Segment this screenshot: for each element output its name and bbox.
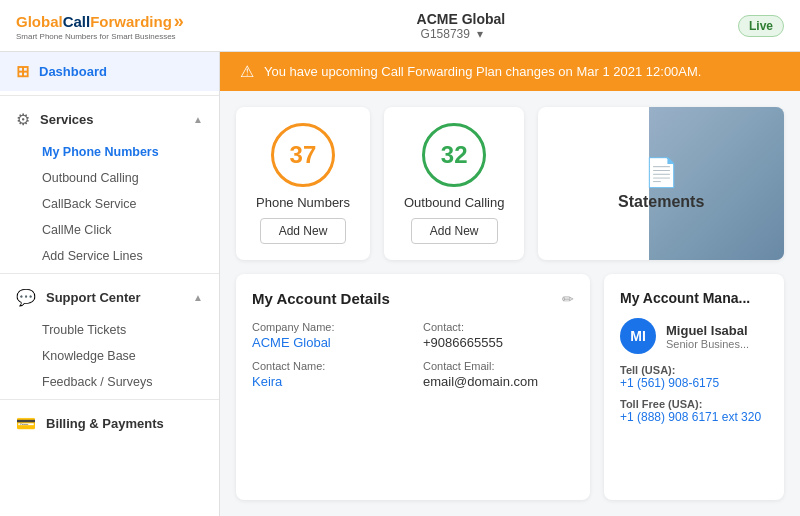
- logo: GlobalCallForwarding» Smart Phone Number…: [16, 11, 184, 41]
- statements-card[interactable]: 📄 Statements: [538, 107, 784, 260]
- logo-global: Global: [16, 13, 63, 30]
- sidebar-label-services: Services: [40, 112, 94, 127]
- sidebar-sub-callme-click[interactable]: CallMe Click: [0, 217, 219, 243]
- company-name-field: Company Name: ACME Global: [252, 321, 403, 350]
- toll-free-number: +1 (888) 908 6171 ext 320: [620, 410, 768, 424]
- gear-icon: ⚙: [16, 110, 30, 129]
- account-id[interactable]: G158739 ▾: [417, 27, 506, 41]
- header-right: Live: [738, 15, 784, 37]
- notification-banner: ⚠ You have upcoming Call Forwarding Plan…: [220, 52, 800, 91]
- logo-forwarding: Forwarding: [90, 13, 172, 30]
- sidebar: ⊞ Dashboard ⚙ Services ▲ My Phone Number…: [0, 52, 220, 516]
- outbound-calling-label: Outbound Calling: [404, 195, 504, 210]
- manager-name: Miguel Isabal: [666, 323, 749, 338]
- sidebar-item-support[interactable]: 💬 Support Center ▲: [0, 278, 219, 317]
- contact-label: Contact:: [423, 321, 574, 333]
- manager-info: Miguel Isabal Senior Busines...: [666, 323, 749, 350]
- sidebar-label-billing: Billing & Payments: [46, 416, 164, 431]
- account-details-card: My Account Details ✏ Company Name: ACME …: [236, 274, 590, 500]
- sidebar-divider-2: [0, 273, 219, 274]
- bottom-row: My Account Details ✏ Company Name: ACME …: [236, 274, 784, 500]
- outbound-calling-badge: 32: [422, 123, 486, 187]
- app-header: GlobalCallForwarding» Smart Phone Number…: [0, 0, 800, 52]
- stats-row: 37 Phone Numbers Add New 32 Outbound Cal…: [236, 107, 784, 260]
- dashboard-icon: ⊞: [16, 62, 29, 81]
- contact-name-field: Contact Name: Keira: [252, 360, 403, 389]
- contact-value: +9086665555: [423, 335, 574, 350]
- manager-role: Senior Busines...: [666, 338, 749, 350]
- sidebar-sub-knowledge-base[interactable]: Knowledge Base: [0, 343, 219, 369]
- tell-usa-label: Tell (USA):: [620, 364, 768, 376]
- logo-call: Call: [63, 13, 91, 30]
- sidebar-sub-my-phone-numbers[interactable]: My Phone Numbers ◀: [0, 139, 219, 165]
- sidebar-item-dashboard[interactable]: ⊞ Dashboard: [0, 52, 219, 91]
- main-layout: ⊞ Dashboard ⚙ Services ▲ My Phone Number…: [0, 52, 800, 516]
- outbound-calling-card: 32 Outbound Calling Add New: [384, 107, 524, 260]
- add-outbound-button[interactable]: Add New: [411, 218, 498, 244]
- add-phone-number-button[interactable]: Add New: [260, 218, 347, 244]
- avatar: MI: [620, 318, 656, 354]
- sidebar-item-services[interactable]: ⚙ Services ▲: [0, 100, 219, 139]
- contact-email-value: email@domain.com: [423, 374, 574, 389]
- account-manager-title: My Account Mana...: [620, 290, 768, 306]
- support-icon: 💬: [16, 288, 36, 307]
- sidebar-item-billing[interactable]: 💳 Billing & Payments: [0, 404, 219, 443]
- warning-icon: ⚠: [240, 62, 254, 81]
- contact-name-label: Contact Name:: [252, 360, 403, 372]
- header-company-info: ACME Global G158739 ▾: [417, 11, 506, 41]
- sidebar-sub-feedback-surveys[interactable]: Feedback / Surveys: [0, 369, 219, 395]
- live-badge: Live: [738, 15, 784, 37]
- contact-email-label: Contact Email:: [423, 360, 574, 372]
- chevron-down-icon: ▾: [477, 27, 483, 41]
- contact-field: Contact: +9086665555: [423, 321, 574, 350]
- toll-free-label: Toll Free (USA):: [620, 398, 768, 410]
- company-name-value: ACME Global: [252, 335, 403, 350]
- sidebar-label-support: Support Center: [46, 290, 141, 305]
- content-area: 37 Phone Numbers Add New 32 Outbound Cal…: [220, 91, 800, 516]
- phone-numbers-badge: 37: [271, 123, 335, 187]
- chevron-up-icon: ▲: [193, 114, 203, 125]
- logo-arrows-icon: »: [174, 11, 184, 31]
- manager-contact-section: Tell (USA): +1 (561) 908-6175 Toll Free …: [620, 364, 768, 424]
- manager-row: MI Miguel Isabal Senior Busines...: [620, 318, 768, 354]
- statements-label: Statements: [613, 193, 709, 211]
- company-name-label: Company Name:: [252, 321, 403, 333]
- main-content: ⚠ You have upcoming Call Forwarding Plan…: [220, 52, 800, 516]
- tell-usa-number: +1 (561) 908-6175: [620, 376, 768, 390]
- statements-content: 📄 Statements: [613, 156, 709, 211]
- sidebar-sub-add-service-lines[interactable]: Add Service Lines: [0, 243, 219, 269]
- company-name: ACME Global: [417, 11, 506, 27]
- phone-numbers-card: 37 Phone Numbers Add New: [236, 107, 370, 260]
- account-details-grid: Company Name: ACME Global Contact: +9086…: [252, 321, 574, 389]
- account-manager-card: My Account Mana... MI Miguel Isabal Seni…: [604, 274, 784, 500]
- sidebar-divider-3: [0, 399, 219, 400]
- sidebar-sub-callback-service[interactable]: CallBack Service: [0, 191, 219, 217]
- contact-name-value: Keira: [252, 374, 403, 389]
- sidebar-divider-1: [0, 95, 219, 96]
- account-details-title: My Account Details: [252, 290, 390, 307]
- statements-icon: 📄: [613, 156, 709, 189]
- sidebar-label-dashboard: Dashboard: [39, 64, 107, 79]
- contact-email-field: Contact Email: email@domain.com: [423, 360, 574, 389]
- account-details-header: My Account Details ✏: [252, 290, 574, 307]
- logo-tagline: Smart Phone Numbers for Smart Businesses: [16, 32, 184, 41]
- sidebar-sub-outbound-calling[interactable]: Outbound Calling: [0, 165, 219, 191]
- phone-numbers-label: Phone Numbers: [256, 195, 350, 210]
- billing-icon: 💳: [16, 414, 36, 433]
- chevron-up-icon-2: ▲: [193, 292, 203, 303]
- sidebar-sub-trouble-tickets[interactable]: Trouble Tickets: [0, 317, 219, 343]
- edit-icon[interactable]: ✏: [562, 291, 574, 307]
- banner-message: You have upcoming Call Forwarding Plan c…: [264, 64, 701, 79]
